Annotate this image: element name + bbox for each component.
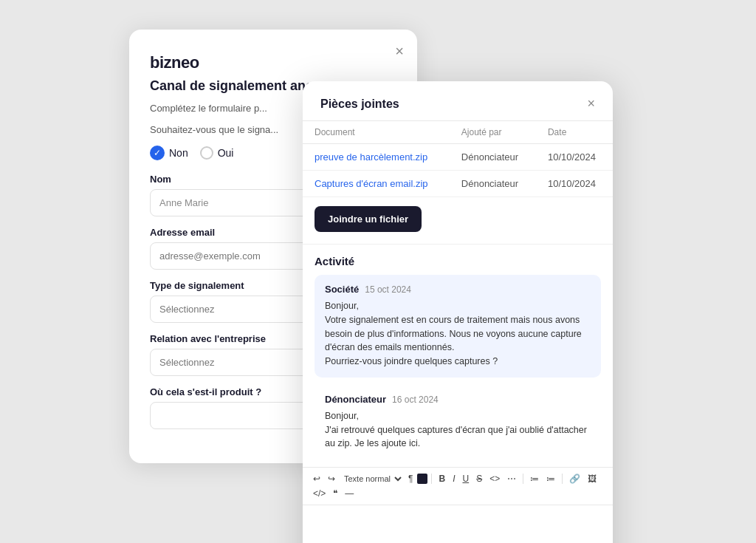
underline-button[interactable]: U: [459, 472, 472, 485]
radio-oui-circle: [200, 146, 213, 160]
added-by-cell: Dénonciateur: [450, 171, 536, 197]
brand-logo: bizneo: [150, 53, 396, 72]
table-row: Captures d'écran email.zipDénonciateur10…: [303, 171, 613, 197]
added-by-cell: Dénonciateur: [450, 144, 536, 171]
more-button[interactable]: ⋯: [504, 472, 519, 485]
fg-modal-title: Pièces jointes: [320, 98, 399, 111]
activity-date: 15 oct 2024: [365, 284, 411, 295]
bold-button[interactable]: B: [436, 472, 448, 485]
fg-modal-header: Pièces jointes ×: [303, 81, 613, 120]
activity-messages-container: Société15 oct 2024Bonjour,Votre signalem…: [315, 275, 601, 460]
italic-button[interactable]: I: [450, 472, 458, 485]
file-link[interactable]: Captures d'écran email.zip: [303, 171, 450, 197]
toolbar-divider-2: [523, 474, 523, 484]
radio-non-label: Non: [169, 147, 188, 159]
undo-button[interactable]: ↩: [310, 472, 323, 485]
activity-greeting: Bonjour,: [325, 299, 591, 313]
activity-author: Société: [325, 284, 359, 295]
pieces-jointes-modal: Pièces jointes × Document Ajouté par Dat…: [303, 81, 613, 543]
code-button[interactable]: <>: [487, 472, 503, 485]
radio-non-option[interactable]: ✓ Non: [150, 146, 188, 160]
strikethrough-button[interactable]: S: [473, 472, 485, 485]
ordered-list-button[interactable]: ≔: [543, 472, 558, 485]
activity-date: 16 oct 2024: [392, 395, 439, 405]
toolbar-divider-1: [431, 474, 432, 484]
embed-button[interactable]: </>: [310, 487, 329, 500]
col-date: Date: [536, 121, 613, 144]
col-document: Document: [303, 121, 450, 144]
activity-title: Activité: [315, 245, 601, 275]
attachments-table: Document Ajouté par Date preuve de harcè…: [303, 120, 613, 197]
toolbar-divider-3: [562, 474, 563, 484]
activity-question: Pourriez-vous joindre quelques captures …: [325, 355, 591, 369]
link-button[interactable]: 🔗: [566, 472, 583, 485]
radio-non-checked-icon: ✓: [150, 146, 165, 160]
date-cell: 10/10/2024: [536, 144, 613, 171]
radio-oui-option[interactable]: Oui: [200, 146, 234, 160]
editor-area[interactable]: [303, 505, 613, 543]
activity-message: Dénonciateur16 oct 2024Bonjour,J'ai retr…: [315, 385, 601, 460]
table-row: preuve de harcèlement.zipDénonciateur10/…: [303, 144, 613, 171]
heading-button[interactable]: ¶: [405, 472, 416, 485]
activity-greeting: Bonjour,: [325, 409, 591, 423]
color-swatch[interactable]: [417, 474, 427, 484]
file-link[interactable]: preuve de harcèlement.zip: [303, 144, 450, 171]
bullet-list-button[interactable]: ≔: [527, 472, 542, 485]
join-file-button[interactable]: Joindre un fichier: [315, 206, 422, 232]
text-style-select[interactable]: Texte normal: [340, 472, 404, 485]
activity-message: Société15 oct 2024Bonjour,Votre signalem…: [315, 275, 601, 378]
editor-toolbar: ↩ ↪ Texte normal ¶ B I U S <> ⋯ ≔ ≔ 🔗 🖼 …: [303, 467, 613, 505]
col-added-by: Ajouté par: [450, 121, 536, 144]
activity-section: Activité Société15 oct 2024Bonjour,Votre…: [303, 244, 613, 460]
quote-button[interactable]: ❝: [330, 487, 340, 500]
redo-button[interactable]: ↪: [325, 472, 338, 485]
activity-body-text: Votre signalement est en cours de traite…: [325, 313, 591, 355]
image-button[interactable]: 🖼: [585, 472, 599, 485]
radio-oui-label: Oui: [218, 147, 234, 159]
bg-modal-close-button[interactable]: ×: [395, 43, 404, 60]
activity-body-text: J'ai retrouvé quelques captures d'écran …: [325, 423, 591, 451]
divider-button[interactable]: —: [342, 487, 357, 500]
fg-modal-close-button[interactable]: ×: [587, 96, 595, 112]
activity-author: Dénonciateur: [325, 394, 386, 405]
date-cell: 10/10/2024: [536, 171, 613, 197]
